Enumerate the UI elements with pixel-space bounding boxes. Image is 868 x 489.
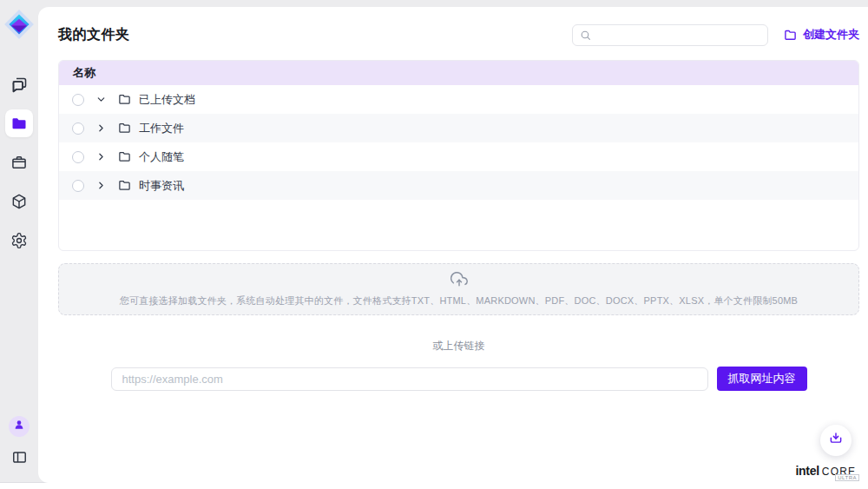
sidebar-item-workspace[interactable] — [5, 149, 33, 176]
intel-core-logo: intel CORE ULTRA — [796, 464, 860, 481]
upload-hint: 您可直接选择加载文件夹，系统自动处理其中的文件，文件格式支持TXT、HTML、M… — [120, 294, 798, 307]
cube-icon — [10, 193, 28, 210]
cloud-upload-icon — [450, 272, 468, 293]
row-checkbox[interactable] — [72, 122, 84, 135]
upload-dropzone[interactable]: 您可直接选择加载文件夹，系统自动处理其中的文件，文件格式支持TXT、HTML、M… — [58, 263, 859, 315]
sidebar — [0, 0, 38, 483]
sidebar-item-settings[interactable] — [5, 227, 33, 254]
app-window: 我的文件夹 创建文件夹 名称 — [0, 0, 868, 489]
chevron-right-icon[interactable] — [95, 122, 107, 134]
fetch-url-button[interactable]: 抓取网址内容 — [717, 367, 807, 391]
main-panel: 我的文件夹 创建文件夹 名称 — [38, 7, 868, 483]
person-icon — [13, 419, 25, 434]
table-header: 名称 — [59, 61, 858, 85]
intel-brand-text: intel — [796, 464, 819, 478]
folder-name: 工作文件 — [139, 121, 184, 136]
table-row[interactable]: 个人随笔 — [59, 142, 858, 171]
folder-icon — [118, 93, 131, 106]
sidebar-item-folders[interactable] — [5, 109, 33, 137]
url-input[interactable] — [111, 367, 708, 391]
briefcase-icon — [10, 154, 28, 171]
chat-icon — [10, 76, 29, 94]
chevron-right-icon[interactable] — [95, 180, 107, 191]
folder-name: 时事资讯 — [139, 178, 184, 194]
app-logo-icon[interactable] — [3, 8, 36, 44]
folder-icon — [118, 179, 131, 192]
name-column-header: 名称 — [73, 65, 95, 81]
row-checkbox[interactable] — [72, 151, 84, 163]
search-box[interactable] — [572, 24, 768, 46]
chevron-right-icon[interactable] — [95, 151, 107, 162]
download-fab[interactable] — [820, 425, 852, 456]
folder-name: 已上传文档 — [139, 92, 195, 108]
page-title: 我的文件夹 — [58, 26, 130, 44]
or-upload-link-label: 或上传链接 — [58, 339, 859, 354]
sidebar-item-chat[interactable] — [5, 70, 33, 98]
table-row[interactable]: 工作文件 — [59, 114, 858, 142]
create-folder-button[interactable]: 创建文件夹 — [784, 27, 859, 43]
header-bar: 我的文件夹 创建文件夹 — [58, 23, 859, 46]
chevron-down-icon[interactable] — [95, 94, 107, 105]
search-input[interactable] — [596, 29, 760, 41]
sidebar-bottom — [9, 416, 30, 469]
account-avatar[interactable] — [9, 416, 30, 437]
folder-table: 名称 已上传文档 工作文件 — [58, 60, 859, 251]
download-icon — [828, 431, 844, 450]
sidebar-nav — [5, 70, 33, 266]
collapse-panel-button[interactable] — [11, 449, 28, 469]
row-checkbox[interactable] — [72, 94, 84, 106]
folder-name: 个人随笔 — [139, 149, 184, 165]
panel-icon — [11, 453, 28, 468]
link-upload-row: 抓取网址内容 — [111, 367, 807, 391]
folder-icon — [118, 150, 131, 163]
folder-icon — [10, 115, 28, 132]
create-folder-label: 创建文件夹 — [803, 27, 859, 43]
search-icon — [580, 30, 591, 41]
table-row[interactable]: 已上传文档 — [59, 85, 858, 114]
folder-icon — [784, 29, 797, 42]
sidebar-item-models[interactable] — [5, 188, 33, 215]
ultra-badge: ULTRA — [835, 474, 859, 481]
folder-icon — [118, 122, 131, 135]
table-row[interactable]: 时事资讯 — [59, 171, 858, 200]
gear-icon — [10, 232, 28, 249]
row-checkbox[interactable] — [72, 180, 84, 192]
